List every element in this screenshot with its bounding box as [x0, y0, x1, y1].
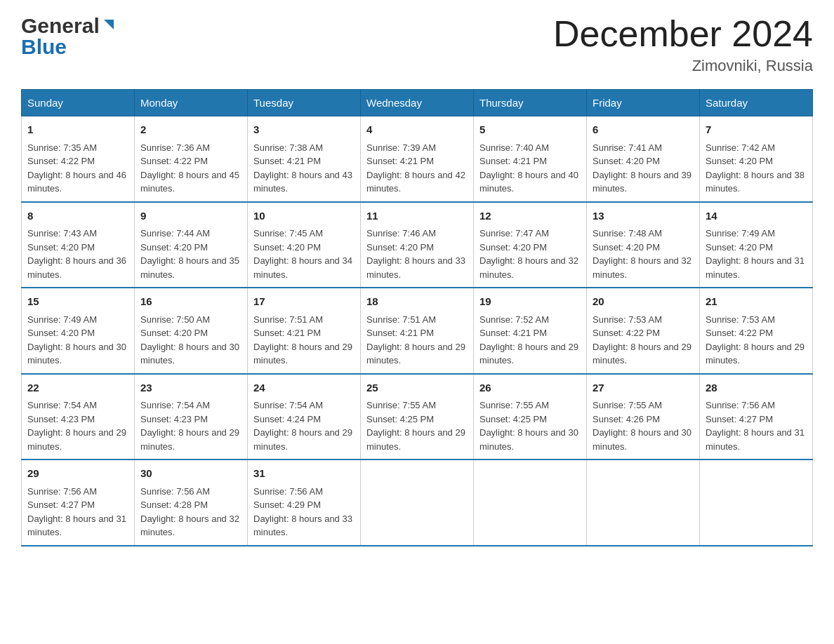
day-number: 6	[593, 122, 694, 138]
day-number: 8	[27, 208, 128, 224]
day-info: Sunrise: 7:53 AMSunset: 4:22 PMDaylight:…	[593, 314, 691, 366]
weekday-header-wednesday: Wednesday	[361, 90, 474, 116]
calendar-day-cell: 13 Sunrise: 7:48 AMSunset: 4:20 PMDaylig…	[587, 202, 700, 288]
calendar-day-cell	[474, 459, 587, 546]
day-info: Sunrise: 7:53 AMSunset: 4:22 PMDaylight:…	[706, 314, 805, 366]
day-number: 4	[366, 122, 468, 138]
day-number: 24	[253, 380, 355, 396]
calendar-day-cell: 18 Sunrise: 7:51 AMSunset: 4:21 PMDaylig…	[361, 288, 474, 374]
calendar-day-cell	[587, 459, 700, 546]
calendar-day-cell: 2 Sunrise: 7:36 AMSunset: 4:22 PMDayligh…	[135, 116, 248, 202]
calendar-day-cell	[700, 459, 813, 546]
weekday-header-thursday: Thursday	[474, 90, 587, 116]
day-info: Sunrise: 7:38 AMSunset: 4:21 PMDaylight:…	[253, 142, 352, 194]
day-number: 18	[366, 294, 468, 310]
weekday-header-monday: Monday	[135, 90, 248, 116]
day-info: Sunrise: 7:43 AMSunset: 4:20 PMDaylight:…	[27, 228, 126, 280]
calendar-day-cell: 10 Sunrise: 7:45 AMSunset: 4:20 PMDaylig…	[248, 202, 361, 288]
day-info: Sunrise: 7:56 AMSunset: 4:29 PMDaylight:…	[253, 486, 352, 538]
calendar-day-cell: 5 Sunrise: 7:40 AMSunset: 4:21 PMDayligh…	[474, 116, 587, 202]
logo-blue-text: Blue	[21, 35, 67, 59]
day-number: 25	[366, 380, 468, 396]
calendar-day-cell: 30 Sunrise: 7:56 AMSunset: 4:28 PMDaylig…	[135, 459, 248, 546]
day-info: Sunrise: 7:51 AMSunset: 4:21 PMDaylight:…	[253, 314, 352, 366]
calendar-day-cell: 14 Sunrise: 7:49 AMSunset: 4:20 PMDaylig…	[700, 202, 813, 288]
day-number: 29	[27, 466, 128, 482]
calendar-day-cell	[361, 459, 474, 546]
day-info: Sunrise: 7:46 AMSunset: 4:20 PMDaylight:…	[366, 228, 465, 280]
calendar-day-cell: 6 Sunrise: 7:41 AMSunset: 4:20 PMDayligh…	[587, 116, 700, 202]
day-info: Sunrise: 7:54 AMSunset: 4:23 PMDaylight:…	[27, 400, 126, 452]
weekday-header-friday: Friday	[587, 90, 700, 116]
day-number: 14	[706, 208, 807, 224]
location-text: Zimovniki, Russia	[553, 57, 813, 75]
day-number: 9	[140, 208, 241, 224]
day-info: Sunrise: 7:56 AMSunset: 4:27 PMDaylight:…	[706, 400, 805, 452]
calendar-day-cell: 7 Sunrise: 7:42 AMSunset: 4:20 PMDayligh…	[700, 116, 813, 202]
day-info: Sunrise: 7:47 AMSunset: 4:20 PMDaylight:…	[479, 228, 578, 280]
day-number: 15	[27, 294, 128, 310]
day-info: Sunrise: 7:54 AMSunset: 4:24 PMDaylight:…	[253, 400, 352, 452]
day-number: 23	[140, 380, 241, 396]
calendar-body: 1 Sunrise: 7:35 AMSunset: 4:22 PMDayligh…	[22, 116, 813, 546]
calendar-day-cell: 25 Sunrise: 7:55 AMSunset: 4:25 PMDaylig…	[361, 374, 474, 460]
calendar-week-row: 29 Sunrise: 7:56 AMSunset: 4:27 PMDaylig…	[22, 459, 813, 546]
day-info: Sunrise: 7:55 AMSunset: 4:25 PMDaylight:…	[479, 400, 578, 452]
day-number: 19	[479, 294, 581, 310]
calendar-table: SundayMondayTuesdayWednesdayThursdayFrid…	[21, 89, 813, 546]
day-number: 17	[253, 294, 355, 310]
calendar-day-cell: 17 Sunrise: 7:51 AMSunset: 4:21 PMDaylig…	[248, 288, 361, 374]
day-number: 26	[479, 380, 581, 396]
logo: General Blue	[21, 14, 117, 59]
day-number: 22	[27, 380, 128, 396]
day-number: 13	[593, 208, 694, 224]
day-number: 5	[479, 122, 581, 138]
calendar-week-row: 8 Sunrise: 7:43 AMSunset: 4:20 PMDayligh…	[22, 202, 813, 288]
page-header: General Blue December 2024 Zimovniki, Ru…	[21, 14, 813, 75]
logo-arrow-icon	[101, 17, 117, 35]
calendar-day-cell: 24 Sunrise: 7:54 AMSunset: 4:24 PMDaylig…	[248, 374, 361, 460]
svg-marker-0	[104, 20, 114, 29]
day-info: Sunrise: 7:41 AMSunset: 4:20 PMDaylight:…	[593, 142, 691, 194]
calendar-week-row: 15 Sunrise: 7:49 AMSunset: 4:20 PMDaylig…	[22, 288, 813, 374]
month-title: December 2024	[553, 14, 813, 54]
day-number: 27	[593, 380, 694, 396]
calendar-header: SundayMondayTuesdayWednesdayThursdayFrid…	[22, 90, 813, 116]
calendar-day-cell: 23 Sunrise: 7:54 AMSunset: 4:23 PMDaylig…	[135, 374, 248, 460]
calendar-day-cell: 12 Sunrise: 7:47 AMSunset: 4:20 PMDaylig…	[474, 202, 587, 288]
title-block: December 2024 Zimovniki, Russia	[553, 14, 813, 75]
day-info: Sunrise: 7:50 AMSunset: 4:20 PMDaylight:…	[140, 314, 239, 366]
day-number: 21	[706, 294, 807, 310]
calendar-week-row: 22 Sunrise: 7:54 AMSunset: 4:23 PMDaylig…	[22, 374, 813, 460]
day-info: Sunrise: 7:54 AMSunset: 4:23 PMDaylight:…	[140, 400, 239, 452]
day-info: Sunrise: 7:51 AMSunset: 4:21 PMDaylight:…	[366, 314, 465, 366]
day-number: 10	[253, 208, 355, 224]
day-info: Sunrise: 7:56 AMSunset: 4:28 PMDaylight:…	[140, 486, 239, 538]
day-info: Sunrise: 7:40 AMSunset: 4:21 PMDaylight:…	[479, 142, 578, 194]
logo-general-text: General	[21, 14, 100, 38]
day-info: Sunrise: 7:49 AMSunset: 4:20 PMDaylight:…	[27, 314, 126, 366]
day-number: 20	[593, 294, 694, 310]
day-info: Sunrise: 7:49 AMSunset: 4:20 PMDaylight:…	[706, 228, 805, 280]
calendar-day-cell: 11 Sunrise: 7:46 AMSunset: 4:20 PMDaylig…	[361, 202, 474, 288]
day-number: 28	[706, 380, 807, 396]
day-number: 1	[27, 122, 128, 138]
day-number: 7	[706, 122, 807, 138]
calendar-day-cell: 4 Sunrise: 7:39 AMSunset: 4:21 PMDayligh…	[361, 116, 474, 202]
day-info: Sunrise: 7:48 AMSunset: 4:20 PMDaylight:…	[593, 228, 691, 280]
calendar-day-cell: 8 Sunrise: 7:43 AMSunset: 4:20 PMDayligh…	[22, 202, 135, 288]
day-info: Sunrise: 7:36 AMSunset: 4:22 PMDaylight:…	[140, 142, 239, 194]
calendar-day-cell: 1 Sunrise: 7:35 AMSunset: 4:22 PMDayligh…	[22, 116, 135, 202]
weekday-header-saturday: Saturday	[700, 90, 813, 116]
day-info: Sunrise: 7:56 AMSunset: 4:27 PMDaylight:…	[27, 486, 126, 538]
calendar-day-cell: 22 Sunrise: 7:54 AMSunset: 4:23 PMDaylig…	[22, 374, 135, 460]
day-info: Sunrise: 7:35 AMSunset: 4:22 PMDaylight:…	[27, 142, 126, 194]
calendar-day-cell: 29 Sunrise: 7:56 AMSunset: 4:27 PMDaylig…	[22, 459, 135, 546]
calendar-day-cell: 3 Sunrise: 7:38 AMSunset: 4:21 PMDayligh…	[248, 116, 361, 202]
day-number: 16	[140, 294, 241, 310]
weekday-header-row: SundayMondayTuesdayWednesdayThursdayFrid…	[22, 90, 813, 116]
day-number: 31	[253, 466, 355, 482]
calendar-day-cell: 28 Sunrise: 7:56 AMSunset: 4:27 PMDaylig…	[700, 374, 813, 460]
day-info: Sunrise: 7:42 AMSunset: 4:20 PMDaylight:…	[706, 142, 805, 194]
weekday-header-tuesday: Tuesday	[248, 90, 361, 116]
